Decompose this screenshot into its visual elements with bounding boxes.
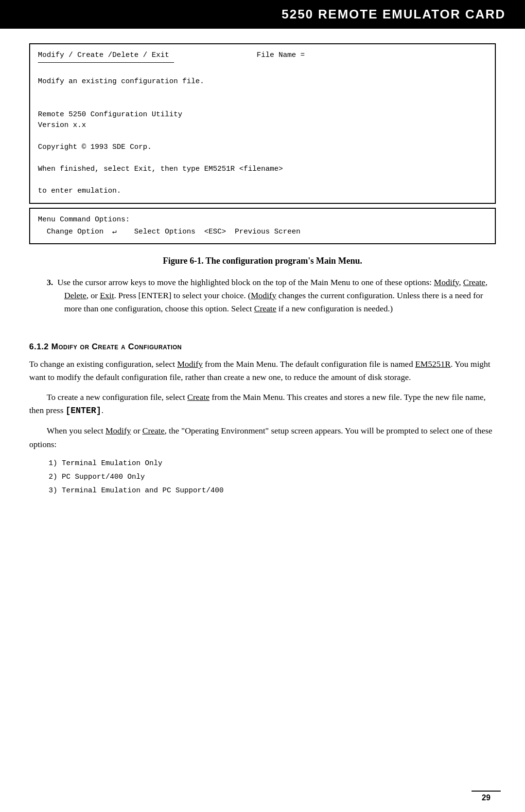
section-para-2: To create a new configuration file, sele… <box>29 391 496 417</box>
step-3-text: 3. Use the cursor arrow keys to move the… <box>47 276 496 315</box>
figure-caption: Figure 6-1. The configuration program's … <box>29 256 496 266</box>
modify-link-3: Modify <box>177 359 203 369</box>
modify-link-4: Modify <box>105 426 131 435</box>
figure-caption-text: Figure 6-1. The configuration program's … <box>163 256 362 266</box>
create-link-1: Create <box>463 277 486 287</box>
terminal-center-copyright: Copyright © 1993 SDE Corp. <box>38 143 152 151</box>
delete-link: Delete <box>64 290 87 300</box>
terminal-menu-box: Menu Command Options: Change Option ↵ Se… <box>29 208 496 244</box>
page-footer: 29 <box>472 791 501 802</box>
section-heading: 6.1.2 Modify or Create a Configuration <box>29 342 496 352</box>
modify-link-1: Modify <box>434 277 459 287</box>
list-item-2: 2) PC Support/400 Only <box>49 471 496 483</box>
terminal-line-1: Modify / Create /Delete / Exit File Name… <box>38 50 487 61</box>
terminal-line-2: Modify an existing configuration file. <box>38 76 487 88</box>
page-number: 29 <box>482 794 490 802</box>
exit-link: Exit <box>100 290 114 300</box>
terminal-line-4: to enter emulation. <box>38 186 487 197</box>
list-item-1: 1) Terminal Emulation Only <box>49 458 496 469</box>
terminal-line-3: When finished, select Exit, then type EM… <box>38 164 487 175</box>
terminal-underline <box>38 62 174 63</box>
terminal-menu-line2: Change Option ↵ Select Options <ESC> Pre… <box>38 226 487 238</box>
terminal-main-box: Modify / Create /Delete / Exit File Name… <box>29 43 496 204</box>
enter-kbd: [ENTER] <box>66 406 102 415</box>
section-para-3: When you select Modify or Create, the "O… <box>29 424 496 451</box>
section-heading-text: 6.1.2 Modify or Create a Configuration <box>29 342 182 351</box>
create-link-4: Create <box>142 426 165 435</box>
create-link-3: Create <box>187 392 210 402</box>
main-content: Modify / Create /Delete / Exit File Name… <box>0 43 525 497</box>
step-3-number: 3. <box>47 277 53 287</box>
section-para-1: To change an existing configuration, sel… <box>29 358 496 384</box>
terminal-center-version: Version x.x <box>38 121 86 129</box>
create-link-2: Create <box>254 304 277 313</box>
list-item-3: 3) Terminal Emulation and PC Support/400 <box>49 485 496 497</box>
modify-link-2: Modify <box>251 290 277 300</box>
terminal-center-block: Remote 5250 Configuration Utility Versio… <box>38 110 182 152</box>
em5251r-link: EM5251R <box>415 359 451 369</box>
terminal-menu-line1: Menu Command Options: <box>38 214 487 226</box>
page-header: 5250 REMOTE EMULATOR CARD <box>0 0 525 29</box>
page-title: 5250 REMOTE EMULATOR CARD <box>10 7 506 22</box>
terminal-center-title: Remote 5250 Configuration Utility <box>38 110 182 119</box>
